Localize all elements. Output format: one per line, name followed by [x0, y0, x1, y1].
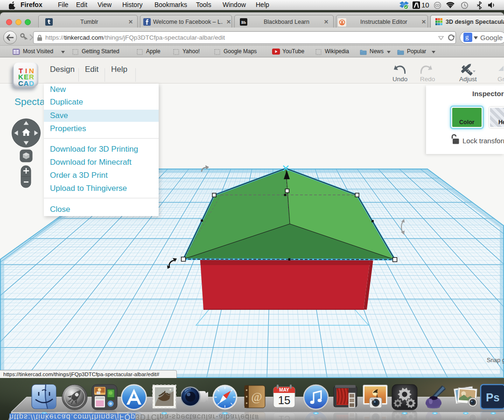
- svg-text:A: A: [24, 79, 29, 87]
- svg-text:C: C: [18, 79, 23, 87]
- svg-text:15: 15: [278, 394, 291, 406]
- svg-text:Ps: Ps: [486, 391, 499, 404]
- svg-text:@: @: [251, 391, 262, 404]
- svg-text:Ps: Ps: [486, 416, 499, 420]
- svg-text:Bb: Bb: [241, 21, 246, 25]
- svg-text:MAY: MAY: [279, 387, 289, 392]
- svg-text:D: D: [29, 79, 34, 87]
